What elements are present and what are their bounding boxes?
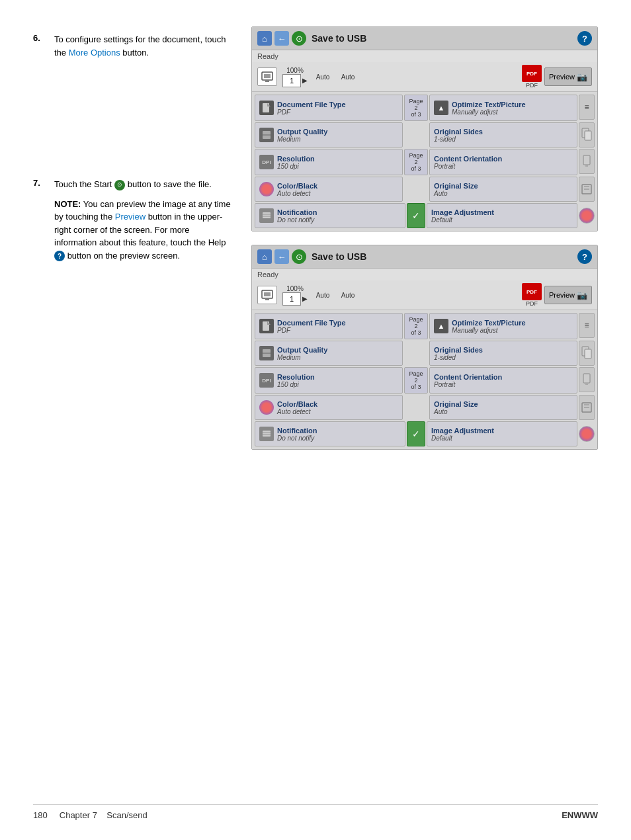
preview-button-1[interactable]: Preview 📷 (544, 67, 592, 86)
optimize-name-2: Optimize Text/Picture (452, 319, 573, 327)
usb-icon-2[interactable]: ⊙ (292, 249, 306, 264)
resolution-value-2: 150 dpi (277, 381, 398, 388)
copies-input-2[interactable] (282, 292, 301, 306)
setting-notification-2[interactable]: Notification Do not notify (255, 421, 405, 446)
copies-arrow-2[interactable]: ▶ (302, 295, 308, 302)
resolution-icon-1: DPI (259, 155, 274, 169)
image-adjustment-text-2: Image Adjustment Default (431, 427, 573, 442)
setting-optimize-2[interactable]: ▲ Optimize Text/Picture Manually adjust (429, 313, 577, 339)
setting-doc-file-type-1[interactable]: Document File Type PDF (255, 95, 403, 121)
more-options-link[interactable]: More Options (69, 48, 120, 58)
notification-text-1: Notification Do not notify (277, 208, 401, 224)
notification-value-2: Do not notify (277, 435, 401, 442)
setting-resolution-1[interactable]: DPI Resolution 150 dpi (255, 149, 403, 175)
sides-right-icon-1[interactable] (579, 122, 595, 147)
pdf-box-2: PDF PDF (522, 283, 542, 307)
step-7-number: 7. (33, 178, 46, 262)
preview-button-2[interactable]: Preview 📷 (544, 286, 592, 304)
setting-notification-1[interactable]: Notification Do not notify (255, 203, 405, 228)
image-adj-right-icon-2[interactable] (579, 426, 595, 442)
setting-resolution-2[interactable]: DPI Resolution 150 dpi (255, 367, 403, 394)
output-quality-value-2: Medium (277, 354, 398, 361)
setting-original-size-1[interactable]: Original Size Auto (429, 177, 577, 202)
doc-file-type-icon-1 (259, 101, 274, 115)
scan-icon-2[interactable] (257, 286, 277, 304)
footer-right: ENWWW (562, 810, 598, 820)
orientation-right-icon-2[interactable] (579, 367, 595, 392)
help-icon-1[interactable]: ? (577, 31, 592, 46)
size-right-icon-2[interactable] (579, 395, 595, 420)
usb-icon-1[interactable]: ⊙ (292, 31, 306, 46)
checkmark-btn-1[interactable]: ✓ (407, 203, 425, 228)
optimize-right-icon-2[interactable]: ≡ (579, 313, 595, 338)
setting-original-size-2[interactable]: Original Size Auto (429, 395, 577, 420)
setting-original-sides-1[interactable]: Original Sides 1-sided (429, 122, 577, 147)
size-right-icon-1[interactable] (579, 177, 595, 202)
original-sides-text-2: Original Sides 1-sided (434, 346, 573, 361)
content-orientation-text-2: Content Orientation Portrait (434, 373, 573, 388)
optimize-value-2: Manually adjust (452, 327, 573, 334)
setting-image-adjustment-1[interactable]: Image Adjustment Default (427, 203, 577, 228)
setting-content-orientation-2[interactable]: Content Orientation Portrait (429, 367, 577, 394)
resolution-name-2: Resolution (277, 373, 398, 381)
copies-group-2: 100% ▶ (282, 285, 308, 306)
content-orientation-value-2: Portrait (434, 381, 573, 388)
setting-doc-file-type-2[interactable]: Document File Type PDF (255, 313, 403, 339)
home-icon-2[interactable]: ⌂ (257, 249, 272, 264)
doc-file-type-text-1: Document File Type PDF (277, 101, 398, 116)
settings-row-5-p1: Notification Do not notify ✓ Image Adjus… (255, 203, 595, 228)
step-6-text-part2: button. (120, 48, 149, 58)
copies-arrow-1[interactable]: ▶ (302, 77, 308, 84)
settings-row-2-p1: Output Quality Medium Original Sides 1-s… (255, 122, 595, 147)
original-sides-name-2: Original Sides (434, 346, 573, 354)
setting-color-black-1[interactable]: Color/Black Auto detect (255, 177, 403, 202)
optimize-right-icon-1[interactable]: ≡ (579, 95, 595, 120)
setting-content-orientation-1[interactable]: Content Orientation Portrait (429, 149, 577, 175)
panel-1-header: ⌂ ← ⊙ Save to USB ? (252, 27, 597, 50)
preview-link[interactable]: Preview (115, 212, 146, 222)
scan-icon-1[interactable] (257, 67, 277, 86)
setting-image-adjustment-2[interactable]: Image Adjustment Default (427, 421, 577, 446)
step-6-text: To configure settings for the document, … (54, 33, 231, 59)
auto-size-2: Auto (313, 292, 333, 299)
page-indicator-res-2: Page 2of 3 (404, 367, 428, 394)
image-adj-right-icon-1[interactable] (579, 208, 595, 224)
pdf-label-1: PDF (526, 82, 538, 89)
color-black-name-2: Color/Black (277, 400, 398, 408)
panel-2-title: Save to USB (312, 251, 575, 262)
svg-rect-6 (585, 131, 591, 140)
sides-right-icon-2[interactable] (579, 341, 595, 366)
page-indicator-1: Page 2of 3 (404, 95, 428, 121)
checkmark-btn-2[interactable]: ✓ (407, 421, 425, 446)
back-icon-2[interactable]: ← (274, 249, 289, 264)
panel-1-status: Ready (252, 50, 597, 62)
back-icon-1[interactable]: ← (274, 31, 289, 46)
pdf-box-1: PDF PDF (522, 65, 542, 89)
start-icon: ⊙ (114, 180, 125, 190)
note-block: NOTE: You can preview the image at any t… (54, 198, 231, 263)
image-adjustment-name-1: Image Adjustment (431, 208, 573, 216)
doc-file-type-value-1: PDF (277, 108, 398, 116)
setting-output-quality-2[interactable]: Output Quality Medium (255, 341, 403, 366)
page-indicator-2: Page 2of 3 (404, 313, 428, 339)
device-panel-2: ⌂ ← ⊙ Save to USB ? Ready (251, 245, 598, 450)
doc-file-type-name-1: Document File Type (277, 101, 398, 108)
footer-section: Scan/send (106, 810, 147, 820)
setting-output-quality-1[interactable]: Output Quality Medium (255, 122, 403, 147)
notification-icon-2 (259, 427, 274, 441)
home-icon-1[interactable]: ⌂ (257, 31, 272, 46)
help-icon-2[interactable]: ? (577, 249, 592, 264)
svg-rect-12 (263, 212, 271, 218)
setting-optimize-1[interactable]: ▲ Optimize Text/Picture Manually adjust (429, 95, 577, 121)
copies-input-1[interactable] (282, 74, 301, 87)
resolution-name-1: Resolution (277, 155, 398, 163)
auto-orientation-2: Auto (338, 292, 358, 299)
pdf-icon-2: PDF (522, 283, 542, 300)
setting-color-black-2[interactable]: Color/Black Auto detect (255, 395, 403, 420)
setting-original-sides-2[interactable]: Original Sides 1-sided (429, 341, 577, 366)
orientation-right-icon-1[interactable] (579, 149, 595, 174)
color-black-icon-1 (259, 182, 274, 196)
content-orientation-value-1: Portrait (434, 163, 573, 170)
footer-page-number: 180 (33, 810, 48, 820)
output-quality-icon-2 (259, 346, 274, 360)
